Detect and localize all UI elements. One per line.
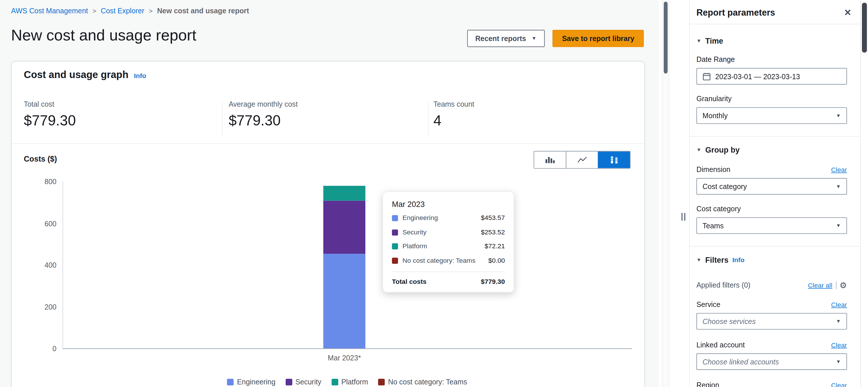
linked-account-clear-link[interactable]: Clear [831, 341, 847, 349]
linked-account-select[interactable]: Choose linked accounts ▼ [696, 353, 847, 370]
y-axis-tick-label: 200 [29, 303, 56, 311]
chevron-down-icon: ▼ [531, 36, 536, 41]
cost-and-usage-card: Cost and usage graph Info Total cost $77… [11, 61, 645, 387]
stat-label: Teams count [433, 100, 474, 108]
section-filters[interactable]: ▼ Filters Info [696, 255, 847, 265]
scrollbar-thumb[interactable] [862, 3, 867, 52]
card-title: Cost and usage graph [24, 69, 128, 81]
service-label: Service [696, 300, 720, 309]
tooltip-series-label: Engineering [402, 214, 476, 222]
legend-item-engineering[interactable]: Engineering [227, 378, 275, 386]
series-color-swatch [392, 215, 398, 221]
region-clear-link[interactable]: Clear [831, 381, 847, 387]
tooltip-series-label: Security [402, 228, 476, 237]
dimension-value: Cost category [703, 182, 832, 190]
series-color-swatch [285, 379, 292, 385]
panel-scrollbar-track[interactable] [860, 0, 868, 387]
series-color-swatch [392, 257, 398, 263]
stat-total-cost: Total cost $779.30 [24, 100, 76, 129]
granularity-select[interactable]: Monthly ▼ [696, 107, 847, 124]
service-placeholder: Choose services [703, 317, 832, 325]
filters-info-link[interactable]: Info [732, 256, 744, 264]
tooltip-total-value: $779.30 [481, 278, 505, 286]
legend-item-platform[interactable]: Platform [331, 378, 368, 386]
chevron-down-icon: ▼ [696, 147, 701, 152]
chart-legend: EngineeringSecurityPlatformNo cost categ… [62, 378, 631, 386]
granularity-value: Monthly [703, 112, 832, 120]
bar-stack [323, 186, 365, 349]
scrollbar-thumb[interactable] [664, 2, 668, 74]
tooltip-series-label: No cost category: Teams [402, 256, 484, 265]
recent-reports-label: Recent reports [475, 34, 526, 43]
clear-all-link[interactable]: Clear all [808, 281, 832, 289]
bar-segment-security[interactable] [323, 201, 365, 254]
panel-resize-handle[interactable] [679, 212, 688, 222]
section-time[interactable]: ▼ Time [696, 36, 847, 45]
linked-account-row: Linked account Clear [696, 341, 847, 349]
granularity-label: Granularity [696, 95, 847, 103]
tooltip-series-value: $0.00 [488, 256, 505, 264]
chart-plot: 0200400600800 [62, 181, 632, 349]
close-icon[interactable]: ✕ [844, 7, 851, 17]
tooltip-row: No cost category: Teams$0.00 [392, 256, 505, 265]
date-range-value: 2023-03-01 — 2023-03-13 [715, 72, 841, 81]
line-chart-type-button[interactable] [566, 151, 598, 168]
tooltip-row: Engineering$453.57 [392, 214, 505, 222]
header-actions: Recent reports ▼ Save to report library [467, 30, 644, 47]
legend-item-security[interactable]: Security [285, 378, 321, 386]
section-group-by[interactable]: ▼ Group by [696, 145, 847, 154]
series-color-swatch [227, 379, 234, 385]
section-group-by-label: Group by [705, 145, 740, 154]
save-to-report-library-button[interactable]: Save to report library [553, 30, 644, 47]
legend-label: Engineering [237, 378, 275, 386]
bar-chart-type-button[interactable] [534, 151, 566, 168]
service-select[interactable]: Choose services ▼ [696, 313, 847, 329]
stat-value: $779.30 [228, 112, 298, 129]
date-range-input[interactable]: 2023-03-01 — 2023-03-13 [696, 68, 847, 84]
panel-header: Report parameters ✕ [690, 0, 860, 24]
breadcrumb-separator: > [149, 7, 153, 15]
series-color-swatch [331, 379, 338, 385]
recent-reports-button[interactable]: Recent reports ▼ [467, 30, 545, 47]
service-clear-link[interactable]: Clear [831, 301, 847, 308]
series-color-swatch [392, 229, 398, 235]
chevron-down-icon: ▼ [696, 257, 701, 263]
bar-chart-icon [545, 156, 555, 164]
stacked-bar-chart-type-button[interactable] [598, 151, 630, 168]
series-color-swatch [378, 379, 385, 385]
date-range-label: Date Range [696, 55, 847, 64]
cost-category-select[interactable]: Teams ▼ [696, 217, 847, 234]
y-axis-tick-label: 0 [29, 345, 56, 353]
dimension-select[interactable]: Cost category ▼ [696, 178, 847, 195]
series-color-swatch [392, 243, 398, 249]
gear-icon[interactable]: ⚙ [840, 281, 847, 289]
tooltip-series-label: Platform [402, 242, 480, 251]
filters-tools: Clear all ⚙ [808, 281, 847, 289]
bar-segment-platform[interactable] [323, 186, 365, 201]
stat-label: Average monthly cost [228, 100, 298, 108]
legend-label: Security [296, 378, 321, 386]
horizontal-divider [690, 246, 860, 247]
info-link[interactable]: Info [134, 72, 146, 80]
y-axis-tick-label: 400 [29, 261, 56, 269]
tooltip-series-value: $72.21 [485, 242, 505, 250]
linked-account-placeholder: Choose linked accounts [703, 357, 832, 366]
tooltip-title: Mar 2023 [392, 200, 505, 209]
stacked-bar-chart-icon [609, 156, 619, 164]
vertical-divider [222, 101, 222, 136]
service-row: Service Clear [696, 300, 847, 309]
chart-tooltip: Mar 2023 Engineering$453.57Security$253.… [382, 191, 514, 293]
bar-segment-engineering[interactable] [323, 254, 365, 349]
tooltip-rows: Engineering$453.57Security$253.52Platfor… [392, 214, 505, 265]
breadcrumb-current: New cost and usage report [157, 7, 249, 15]
tooltip-series-value: $253.52 [481, 228, 505, 236]
main-scrollbar-track[interactable] [662, 0, 669, 387]
y-axis-tick-label: 600 [29, 219, 56, 228]
dimension-clear-link[interactable]: Clear [831, 166, 847, 173]
dimension-label: Dimension [696, 165, 731, 174]
legend-item-no-cost-category-teams[interactable]: No cost category: Teams [378, 378, 467, 386]
breadcrumb-link-cost-management[interactable]: AWS Cost Management [11, 7, 88, 15]
region-row: Region Clear [696, 381, 847, 387]
stat-teams-count: Teams count 4 [433, 100, 474, 129]
breadcrumb-link-cost-explorer[interactable]: Cost Explorer [101, 7, 144, 15]
